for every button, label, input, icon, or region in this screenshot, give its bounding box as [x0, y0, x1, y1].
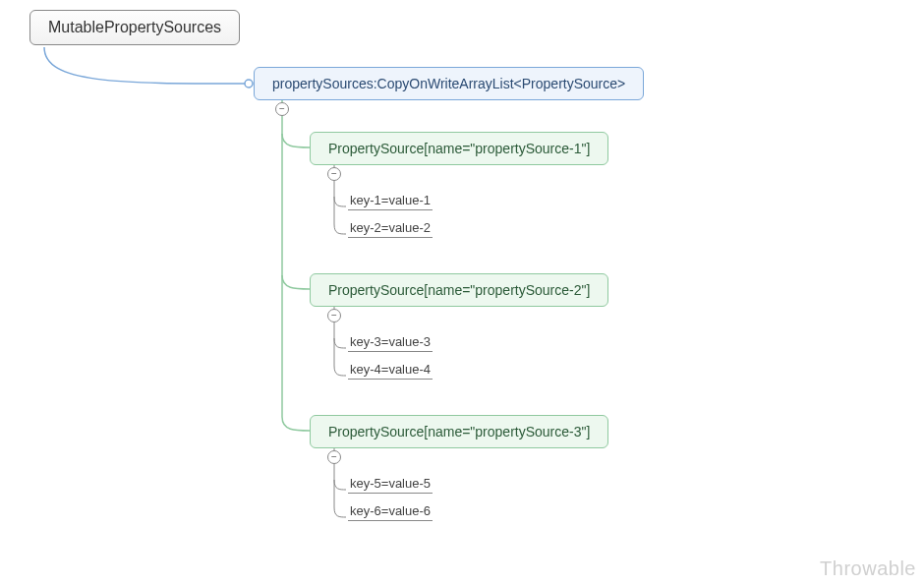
collapse-toggle-source-1[interactable]: − [327, 167, 341, 181]
list-label: propertySources:CopyOnWriteArrayList<Pro… [272, 76, 625, 91]
collapse-toggle-source-3[interactable]: − [327, 450, 341, 464]
root-node[interactable]: MutablePropertySources [29, 10, 240, 45]
collapse-toggle-list[interactable]: − [275, 102, 289, 116]
property-entry[interactable]: key-3=value-3 [348, 334, 433, 352]
property-source-label: PropertySource[name="propertySource-1"] [328, 141, 590, 156]
property-sources-list-node[interactable]: propertySources:CopyOnWriteArrayList<Pro… [254, 67, 644, 100]
watermark: Throwable [820, 557, 916, 580]
property-source-node[interactable]: PropertySource[name="propertySource-1"] [310, 132, 608, 165]
property-entry[interactable]: key-2=value-2 [348, 220, 433, 238]
property-entry[interactable]: key-1=value-1 [348, 193, 433, 210]
property-source-node[interactable]: PropertySource[name="propertySource-2"] [310, 273, 608, 307]
property-entry[interactable]: key-4=value-4 [348, 362, 433, 380]
collapse-toggle-source-2[interactable]: − [327, 309, 341, 322]
svg-point-0 [245, 80, 253, 88]
property-entry[interactable]: key-5=value-5 [348, 476, 433, 494]
property-source-label: PropertySource[name="propertySource-3"] [328, 424, 590, 440]
property-entry[interactable]: key-6=value-6 [348, 503, 433, 521]
property-source-node[interactable]: PropertySource[name="propertySource-3"] [310, 415, 608, 448]
property-source-label: PropertySource[name="propertySource-2"] [328, 282, 590, 298]
root-label: MutablePropertySources [48, 19, 221, 35]
